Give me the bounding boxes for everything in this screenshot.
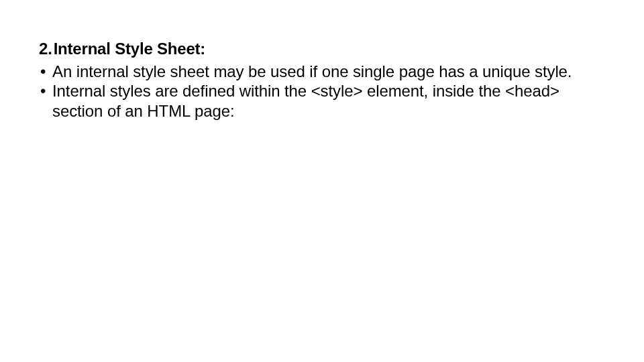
heading-title: Internal Style Sheet: [54, 40, 206, 58]
list-item: Internal styles are defined within the <… [40, 81, 605, 121]
list-item-text: Internal styles are defined within the <… [52, 82, 559, 119]
heading-number: 2. [39, 40, 52, 58]
list-item-text: An internal style sheet may be used if o… [52, 62, 572, 80]
list-item: An internal style sheet may be used if o… [40, 62, 605, 81]
bullet-list: An internal style sheet may be used if o… [39, 62, 605, 121]
section-heading: 2.Internal Style Sheet: [39, 39, 605, 59]
